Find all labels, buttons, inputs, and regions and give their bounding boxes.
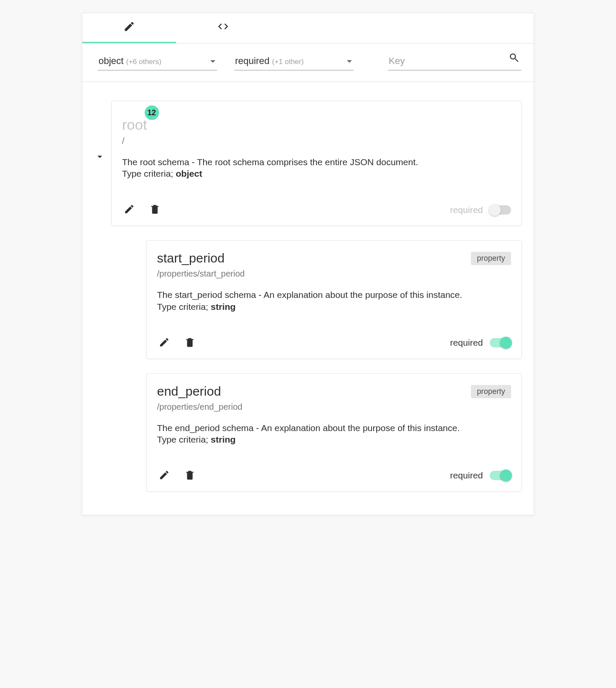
required-label: required: [450, 338, 483, 348]
filter-type-extra: (+6 others): [126, 58, 162, 66]
required-toggle[interactable]: [490, 205, 511, 215]
search-button[interactable]: [507, 50, 521, 66]
delete-button[interactable]: [148, 202, 162, 218]
node-title: root: [122, 117, 147, 132]
node-description: The end_period schema - An explanation a…: [157, 422, 511, 434]
property-count-badge: 12: [145, 105, 159, 120]
chevron-down-icon: [210, 60, 215, 63]
filter-key-input[interactable]: [388, 53, 521, 70]
type-label: Type criteria;: [157, 302, 211, 312]
required-toggle[interactable]: [490, 338, 511, 347]
pencil-icon: [124, 210, 135, 216]
pencil-icon: [159, 343, 170, 349]
required-label: required: [450, 205, 483, 215]
delete-button[interactable]: [183, 335, 197, 351]
node-description: The root schema - The root schema compri…: [122, 156, 511, 168]
node-title: end_period: [157, 385, 242, 398]
filter-required-extra: (+1 other): [272, 58, 304, 66]
filter-bar: object (+6 others) required (+1 other): [82, 44, 534, 82]
filter-required-select[interactable]: required (+1 other): [234, 53, 354, 70]
delete-button[interactable]: [183, 468, 197, 484]
node-path: /properties/end_period: [157, 402, 242, 412]
node-card: end_period /properties/end_period proper…: [146, 373, 522, 492]
node-type: object: [176, 169, 202, 178]
type-label: Type criteria;: [157, 434, 211, 444]
filter-type-select[interactable]: object (+6 others): [98, 53, 217, 70]
node-type: string: [211, 302, 235, 312]
trash-icon: [149, 210, 160, 216]
node-card: root 12 / The root schema - The root sch…: [111, 101, 522, 226]
chevron-down-icon: [94, 157, 105, 163]
schema-node-property: start_period /properties/start_period pr…: [146, 240, 522, 359]
trash-icon: [184, 475, 195, 482]
tab-editor[interactable]: [82, 13, 176, 43]
edit-button[interactable]: [157, 335, 171, 351]
pencil-icon: [123, 20, 135, 35]
required-toggle[interactable]: [490, 471, 511, 480]
property-chip: property: [471, 252, 511, 265]
tab-code[interactable]: [176, 13, 270, 43]
required-label: required: [450, 470, 483, 481]
trash-icon: [184, 343, 195, 349]
filter-required-main: required: [235, 55, 270, 67]
schema-tree: root 12 / The root schema - The root sch…: [82, 82, 534, 515]
edit-button[interactable]: [157, 468, 171, 484]
node-path: /: [122, 136, 147, 146]
node-description: The start_period schema - An explanation…: [157, 289, 511, 300]
node-title: start_period: [157, 252, 245, 265]
search-icon: [508, 58, 520, 64]
node-card: start_period /properties/start_period pr…: [146, 240, 522, 359]
schema-node-property: end_period /properties/end_period proper…: [146, 373, 522, 492]
chevron-down-icon: [347, 60, 352, 63]
pencil-icon: [159, 475, 170, 482]
code-icon: [217, 20, 229, 35]
type-label: Type criteria;: [122, 169, 176, 178]
node-type: string: [211, 434, 235, 444]
filter-type-main: object: [99, 55, 124, 67]
schema-node-root: root 12 / The root schema - The root sch…: [94, 101, 522, 226]
view-tabs: [82, 13, 534, 44]
expand-toggle[interactable]: [93, 150, 106, 164]
edit-button[interactable]: [122, 202, 137, 218]
node-path: /properties/start_period: [157, 269, 245, 279]
property-chip: property: [471, 385, 511, 398]
